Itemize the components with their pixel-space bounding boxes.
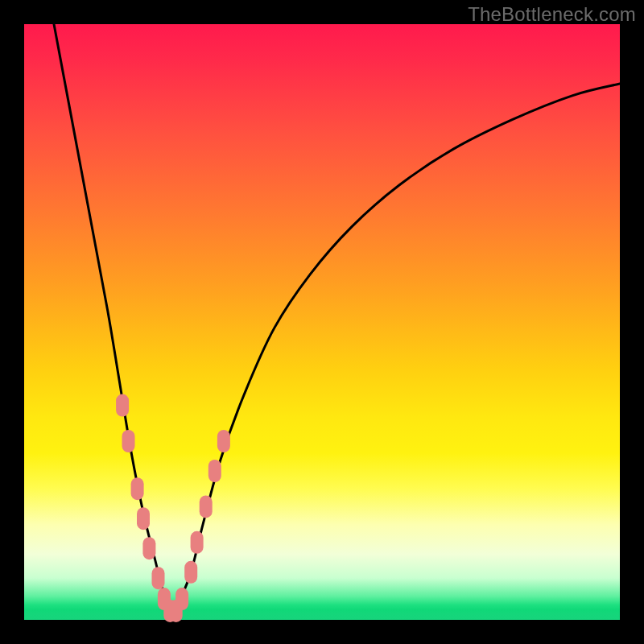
watermark-text: TheBottleneck.com [468, 3, 636, 26]
chart-frame: TheBottleneck.com [0, 0, 644, 644]
curve-marker [208, 460, 221, 482]
curve-layer [24, 24, 620, 620]
curve-marker [137, 507, 150, 530]
curve-marker [200, 495, 213, 518]
curve-marker [152, 567, 165, 589]
curve-marker [116, 394, 129, 417]
curve-marker [175, 588, 188, 610]
curve-marker [191, 531, 204, 554]
curve-marker [131, 477, 144, 500]
curve-marker [142, 537, 155, 559]
curve-marker [217, 430, 230, 452]
marker-layer [116, 394, 230, 622]
curve-marker [184, 561, 197, 584]
curve-marker [122, 430, 135, 452]
plot-area [24, 24, 620, 620]
